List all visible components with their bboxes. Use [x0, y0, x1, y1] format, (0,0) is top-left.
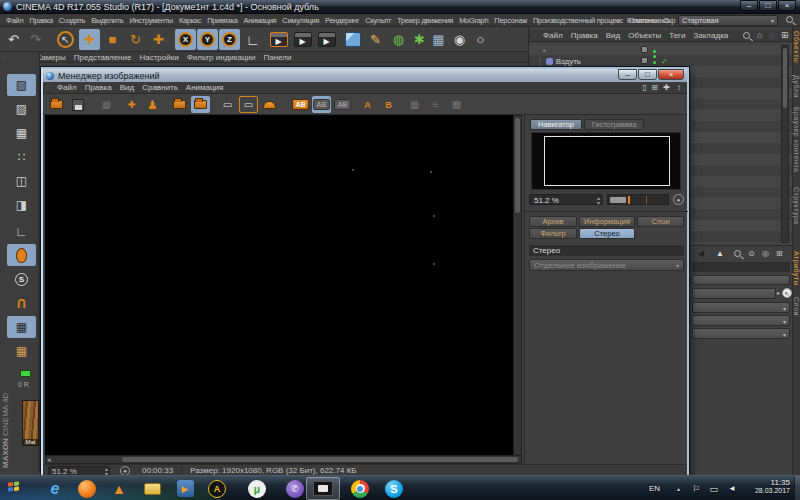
- filmstrip-button[interactable]: ▦: [405, 96, 424, 113]
- close-button[interactable]: ×: [778, 0, 796, 11]
- viewport-solo-button[interactable]: [7, 244, 36, 266]
- taskbar-viber-icon[interactable]: ✆: [284, 478, 306, 499]
- pv-menu-item[interactable]: Сравнить: [142, 83, 178, 92]
- tree-row-partial[interactable]: ▪: [529, 45, 792, 56]
- rotate-tool[interactable]: ↻: [125, 29, 146, 50]
- display-icon[interactable]: ▭: [709, 476, 718, 500]
- attr-dropdown-1[interactable]: ▾: [692, 302, 790, 313]
- object-label[interactable]: Вздуть: [556, 57, 581, 66]
- bottom-grip-icon[interactable]: ∷: [2, 460, 7, 468]
- taskbar-skype-icon[interactable]: S: [383, 478, 405, 499]
- tab-info[interactable]: Информация: [579, 216, 635, 227]
- tray-chevron-icon[interactable]: ▴: [677, 476, 680, 500]
- taskbar-aimp-icon[interactable]: A: [206, 478, 228, 499]
- compare-diff-button[interactable]: AB: [333, 96, 352, 113]
- pv-menu-item[interactable]: Файл: [57, 83, 77, 92]
- history-button[interactable]: ▦: [97, 96, 116, 113]
- taskbar-avast-icon[interactable]: [76, 478, 98, 499]
- edit-chip[interactable]: [641, 46, 648, 53]
- redo-button[interactable]: ↷: [25, 29, 46, 50]
- volume-icon[interactable]: ◄: [728, 476, 736, 500]
- stereo-mode-dropdown[interactable]: Отдельное изображение ▾: [529, 259, 684, 271]
- attr-lock-icon[interactable]: ⊙: [748, 249, 755, 258]
- pen-spline-button[interactable]: ✎: [365, 29, 386, 50]
- navigator-options-button[interactable]: ●: [673, 194, 684, 205]
- tab-structure[interactable]: Структура: [793, 187, 800, 225]
- taskbar-vlc-icon[interactable]: ▲: [108, 478, 130, 499]
- magnet-snap-button[interactable]: U: [7, 292, 36, 314]
- render-view-button[interactable]: ▶: [268, 29, 289, 50]
- om-menu-item[interactable]: Файл: [543, 31, 563, 40]
- attr-mode-icon[interactable]: ▲: [716, 249, 724, 258]
- menu-item[interactable]: Файл: [6, 16, 23, 25]
- tab-histogram[interactable]: Гистограмма: [584, 119, 644, 130]
- taskbar-active-app[interactable]: [306, 477, 340, 500]
- search-icon[interactable]: [786, 16, 793, 23]
- render-settings-button[interactable]: ▶: [316, 29, 337, 50]
- set-b-button[interactable]: B: [379, 96, 398, 113]
- pv-horizontal-scrollbar[interactable]: ◂: [45, 455, 522, 464]
- panel-grip-icon[interactable]: ∷: [532, 32, 537, 40]
- menu-item[interactable]: Создать: [59, 16, 85, 25]
- menu-item[interactable]: Трекер движения: [397, 16, 453, 25]
- edit-chip[interactable]: [641, 57, 648, 66]
- scale-tool[interactable]: ■: [102, 29, 123, 50]
- material-thumbnail[interactable]: Mat: [22, 400, 39, 446]
- edges-mode-button[interactable]: ◫: [7, 170, 36, 192]
- save-image-button[interactable]: [68, 96, 87, 113]
- last-tool[interactable]: ✚: [148, 29, 169, 50]
- menu-item[interactable]: Анимация: [244, 16, 277, 25]
- pv-move-icon[interactable]: ✚: [663, 83, 670, 92]
- pv-resize-icon[interactable]: ↕: [677, 83, 681, 92]
- pv-menu-item[interactable]: Правка: [85, 83, 112, 92]
- om-menu-item[interactable]: Объекты: [628, 31, 661, 40]
- menu-item[interactable]: Персонаж: [494, 16, 527, 25]
- navigator-view-rect[interactable]: [544, 136, 670, 186]
- tab-takes[interactable]: Дубли: [793, 75, 800, 98]
- pv-titlebar[interactable]: Менеджер изображений – □ ×: [43, 69, 687, 82]
- attr-back-icon[interactable]: ◀: [698, 249, 704, 258]
- attr-dropdown-3[interactable]: ▾: [692, 328, 790, 339]
- texture-mode-button[interactable]: ▨: [7, 98, 36, 120]
- menu-overflow-arrow[interactable]: ▸: [617, 16, 621, 25]
- attr-search-icon[interactable]: [734, 250, 741, 257]
- attr-add-icon[interactable]: ⊞: [776, 249, 783, 258]
- menu-item[interactable]: Рендеринг: [325, 16, 359, 25]
- list-view-button[interactable]: ≡: [426, 96, 445, 113]
- tree-row-bulge[interactable]: ├ Вздуть ✓: [529, 56, 792, 67]
- action-center-flag-icon[interactable]: ⚐: [692, 476, 700, 500]
- taskbar-explorer-icon[interactable]: [141, 478, 163, 499]
- layout-select[interactable]: Стартовая ▾: [678, 15, 778, 26]
- link-expand-icon[interactable]: ▸: [777, 289, 780, 296]
- taskbar-ie-icon[interactable]: e: [44, 478, 66, 499]
- tab-archive[interactable]: Архив: [529, 216, 577, 227]
- attr-name-field[interactable]: [692, 275, 790, 285]
- viewport-menu-item[interactable]: Камеры: [36, 53, 65, 62]
- viewport-menu-item[interactable]: Фильтр индикации: [187, 53, 256, 62]
- pv-zoom-field[interactable]: 51.2 % ▴ ▾: [48, 466, 110, 476]
- navigator-preview[interactable]: [531, 132, 681, 190]
- open-image-button[interactable]: [47, 96, 66, 113]
- light-button[interactable]: ○: [470, 29, 491, 50]
- om-menu-item[interactable]: Закладка: [693, 31, 728, 40]
- move-tool[interactable]: ✚: [79, 29, 100, 50]
- polygons-mode-button[interactable]: ◨: [7, 194, 36, 216]
- pv-menu-item[interactable]: Вид: [120, 83, 134, 92]
- attr-dropdown-2[interactable]: ▾: [692, 315, 790, 326]
- pv-minimize-button[interactable]: –: [618, 69, 637, 80]
- subdivision-surface-button[interactable]: ◍: [388, 29, 409, 50]
- pv-grip-icon[interactable]: ∷: [46, 84, 51, 92]
- attr-link-field[interactable]: [692, 288, 776, 299]
- maximize-button[interactable]: □: [759, 0, 777, 11]
- folder-b-button[interactable]: [191, 96, 210, 113]
- spinner-down-icon[interactable]: ▾: [597, 199, 600, 206]
- compare-layout-button[interactable]: ✚: [122, 96, 141, 113]
- tray-clock[interactable]: 11:35 28.03.2017: [740, 478, 790, 494]
- viewport-menu-item[interactable]: Представление: [74, 53, 132, 62]
- pick-object-icon[interactable]: ↖: [782, 288, 792, 298]
- lock-workplane-button[interactable]: ▦: [7, 316, 36, 338]
- om-menu-item[interactable]: Правка: [571, 31, 598, 40]
- rendered-image-canvas[interactable]: [45, 115, 513, 455]
- pv-options-button[interactable]: ●: [120, 466, 130, 476]
- points-mode-button[interactable]: ∷: [7, 146, 36, 168]
